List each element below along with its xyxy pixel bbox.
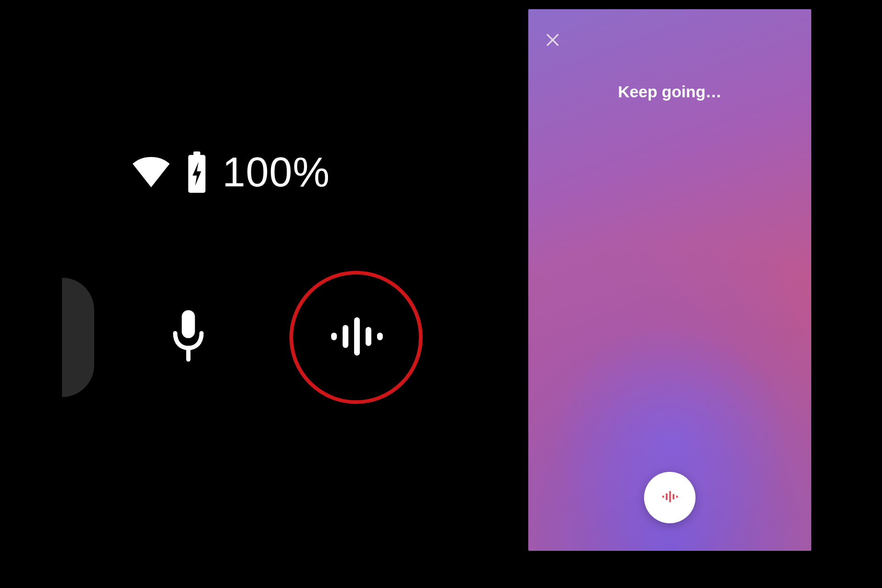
svg-rect-4 [331, 333, 337, 341]
status-bar: 100% [131, 151, 330, 193]
close-button[interactable] [543, 30, 562, 50]
battery-percentage: 100% [222, 151, 330, 193]
wifi-icon [131, 156, 171, 188]
left-area: 100% [0, 0, 524, 588]
svg-rect-2 [182, 310, 195, 338]
svg-rect-8 [377, 333, 383, 341]
svg-rect-15 [676, 496, 678, 498]
panel-title: Keep going… [528, 83, 811, 101]
svg-rect-1 [193, 151, 200, 156]
collapsed-side-handle[interactable] [62, 278, 94, 397]
svg-rect-12 [666, 493, 667, 500]
controls-row [62, 271, 423, 404]
listen-button[interactable] [644, 472, 695, 523]
svg-rect-6 [354, 317, 360, 355]
song-search-panel: Keep going… [528, 9, 811, 551]
svg-rect-13 [669, 491, 671, 503]
svg-rect-5 [343, 325, 349, 348]
sound-search-button[interactable] [289, 271, 423, 404]
close-icon [545, 32, 560, 48]
svg-rect-7 [366, 327, 372, 346]
battery-charging-icon [184, 151, 209, 193]
microphone-icon [169, 307, 208, 368]
svg-rect-14 [673, 494, 674, 500]
sound-search-icon [326, 314, 386, 361]
svg-rect-11 [662, 496, 664, 498]
microphone-button[interactable] [163, 312, 214, 363]
sound-search-icon [661, 490, 678, 505]
